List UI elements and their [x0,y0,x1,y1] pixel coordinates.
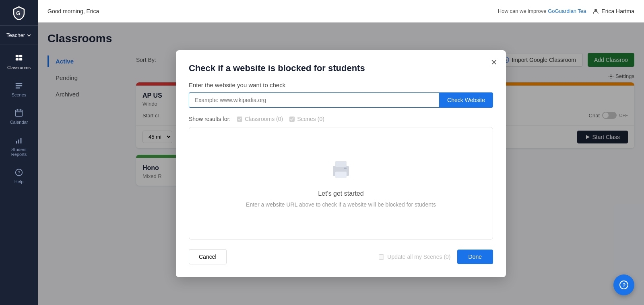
svg-rect-6 [16,85,23,86]
update-scenes-text: Update all my Scenes (0) [387,254,450,260]
cancel-button[interactable]: Cancel [189,249,227,264]
check-website-modal: ✕ Check if a website is blocked for stud… [176,50,506,277]
modal-footer-right: Update all my Scenes (0) Done [379,250,493,264]
svg-rect-25 [344,168,347,169]
sidebar: G Teacher Classrooms Scenes Calendar Stu… [0,0,38,305]
goguardian-logo-icon: G [12,6,26,20]
svg-rect-23 [335,161,347,167]
sidebar-item-scenes[interactable]: Scenes [0,76,38,103]
modal-footer: Cancel Update all my Scenes (0) Done [189,249,493,264]
classrooms-checkbox[interactable] [237,117,242,122]
update-scenes-checkbox[interactable] [379,254,384,260]
website-search-row: Check Website [189,92,493,108]
calendar-icon [14,108,23,117]
printer-icon [329,158,353,182]
scenes-icon [14,81,23,90]
svg-rect-7 [16,88,20,89]
results-area: Let's get started Enter a website URL ab… [189,127,493,239]
user-name: Erica Hartma [601,8,634,14]
svg-rect-4 [19,58,22,61]
svg-rect-1 [16,55,19,57]
teacher-dropdown[interactable]: Teacher [0,26,38,45]
sidebar-logo: G [0,0,38,26]
svg-rect-12 [16,141,17,143]
scenes-checkbox[interactable] [289,117,295,122]
svg-text:G: G [16,10,21,16]
svg-rect-3 [16,58,19,61]
user-icon [592,8,599,14]
app-header: Good morning, Erica How can we improve G… [38,0,644,23]
scenes-checkbox-label[interactable]: Scenes (0) [289,116,324,122]
sidebar-item-calendar[interactable]: Calendar [0,103,38,130]
scenes-check-label: Scenes (0) [297,116,324,122]
sidebar-item-help[interactable]: ? Help [0,162,38,190]
teacher-label-text: Teacher [6,32,25,38]
classrooms-checkbox-label[interactable]: Classrooms (0) [237,116,283,122]
sidebar-item-scenes-label: Scenes [12,92,27,97]
update-scenes-label[interactable]: Update all my Scenes (0) [379,254,450,260]
svg-rect-2 [19,55,22,57]
svg-rect-14 [21,138,22,144]
classrooms-check-label: Classrooms (0) [245,116,283,122]
reports-icon [14,136,23,145]
results-empty-icon [329,158,353,184]
show-results-label: Show results for: [189,116,231,122]
results-title: Let's get started [318,190,363,197]
help-icon: ? [14,168,23,177]
show-results-row: Show results for: Classrooms (0) Scenes … [189,116,493,122]
results-desc: Enter a website URL above to check if a … [246,201,436,209]
sidebar-item-classrooms[interactable]: Classrooms [0,48,38,76]
page-content: Classrooms Active Pending Archived Sort … [38,23,644,305]
sidebar-item-calendar-label: Calendar [10,120,28,125]
modal-close-button[interactable]: ✕ [488,57,500,68]
header-right: How can we improve GoGuardian Tea Erica … [498,8,634,14]
svg-text:?: ? [623,282,626,288]
main-area: Good morning, Erica How can we improve G… [38,0,644,305]
sidebar-item-student-reports[interactable]: Student Reports [0,130,38,162]
chevron-down-icon [27,33,31,38]
sidebar-item-help-label: Help [14,179,24,184]
modal-title: Check if a website is blocked for studen… [189,63,493,74]
improve-text: How can we improve GoGuardian Tea [498,8,586,14]
check-website-button[interactable]: Check Website [439,92,493,108]
user-menu[interactable]: Erica Hartma [592,8,634,14]
modal-overlay: ✕ Check if a website is blocked for stud… [38,23,644,305]
website-input[interactable] [189,92,439,108]
svg-rect-5 [16,83,23,84]
modal-label: Enter the website you want to check [189,82,493,88]
sidebar-nav: Classrooms Scenes Calendar Student Repor… [0,45,38,190]
classrooms-icon [14,54,23,63]
svg-rect-8 [16,110,23,117]
svg-text:?: ? [18,170,20,175]
sidebar-item-classrooms-label: Classrooms [7,65,31,70]
svg-point-17 [594,9,597,11]
done-button[interactable]: Done [457,250,493,264]
sidebar-item-reports-label: Student Reports [3,147,35,157]
goguardian-link[interactable]: GoGuardian Tea [548,8,586,14]
svg-rect-13 [18,139,19,143]
greeting-text: Good morning, Erica [47,8,99,14]
help-fab-button[interactable]: ? [613,274,634,295]
help-fab-icon: ? [619,280,628,289]
svg-rect-24 [335,172,347,178]
